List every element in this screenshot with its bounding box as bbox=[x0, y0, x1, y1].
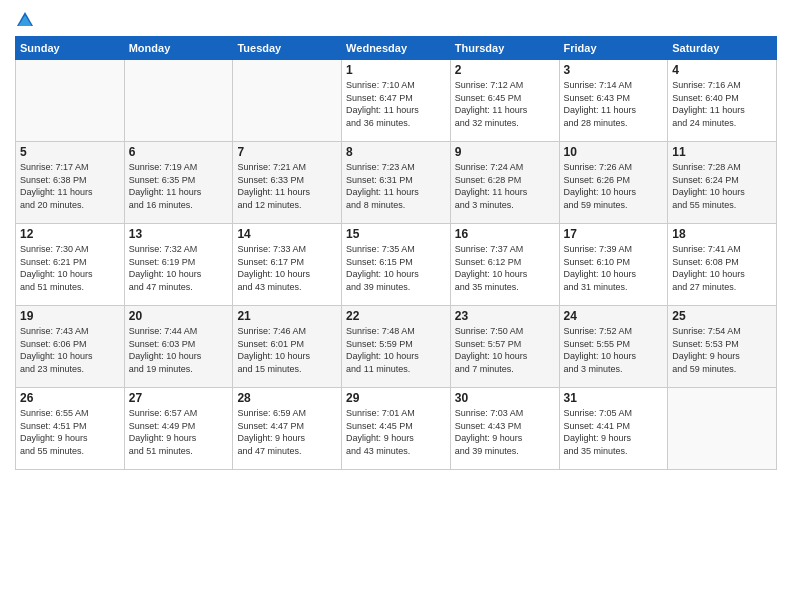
day-info: Sunrise: 7:23 AM Sunset: 6:31 PM Dayligh… bbox=[346, 161, 446, 211]
day-info: Sunrise: 7:30 AM Sunset: 6:21 PM Dayligh… bbox=[20, 243, 120, 293]
week-row-4: 26Sunrise: 6:55 AM Sunset: 4:51 PM Dayli… bbox=[16, 388, 777, 470]
calendar-cell: 12Sunrise: 7:30 AM Sunset: 6:21 PM Dayli… bbox=[16, 224, 125, 306]
day-info: Sunrise: 7:12 AM Sunset: 6:45 PM Dayligh… bbox=[455, 79, 555, 129]
day-number: 7 bbox=[237, 145, 337, 159]
header-day-tuesday: Tuesday bbox=[233, 37, 342, 60]
day-number: 30 bbox=[455, 391, 555, 405]
day-info: Sunrise: 7:43 AM Sunset: 6:06 PM Dayligh… bbox=[20, 325, 120, 375]
day-number: 24 bbox=[564, 309, 664, 323]
day-number: 17 bbox=[564, 227, 664, 241]
day-info: Sunrise: 7:01 AM Sunset: 4:45 PM Dayligh… bbox=[346, 407, 446, 457]
header-day-saturday: Saturday bbox=[668, 37, 777, 60]
day-number: 22 bbox=[346, 309, 446, 323]
day-number: 13 bbox=[129, 227, 229, 241]
calendar-cell: 11Sunrise: 7:28 AM Sunset: 6:24 PM Dayli… bbox=[668, 142, 777, 224]
logo-icon bbox=[15, 10, 35, 30]
calendar-cell: 15Sunrise: 7:35 AM Sunset: 6:15 PM Dayli… bbox=[342, 224, 451, 306]
calendar-cell: 10Sunrise: 7:26 AM Sunset: 6:26 PM Dayli… bbox=[559, 142, 668, 224]
calendar-cell: 14Sunrise: 7:33 AM Sunset: 6:17 PM Dayli… bbox=[233, 224, 342, 306]
calendar-cell bbox=[16, 60, 125, 142]
calendar-cell: 21Sunrise: 7:46 AM Sunset: 6:01 PM Dayli… bbox=[233, 306, 342, 388]
header-day-friday: Friday bbox=[559, 37, 668, 60]
week-row-1: 5Sunrise: 7:17 AM Sunset: 6:38 PM Daylig… bbox=[16, 142, 777, 224]
day-info: Sunrise: 7:14 AM Sunset: 6:43 PM Dayligh… bbox=[564, 79, 664, 129]
calendar-cell: 4Sunrise: 7:16 AM Sunset: 6:40 PM Daylig… bbox=[668, 60, 777, 142]
day-info: Sunrise: 7:41 AM Sunset: 6:08 PM Dayligh… bbox=[672, 243, 772, 293]
calendar-cell: 27Sunrise: 6:57 AM Sunset: 4:49 PM Dayli… bbox=[124, 388, 233, 470]
day-number: 12 bbox=[20, 227, 120, 241]
day-info: Sunrise: 7:21 AM Sunset: 6:33 PM Dayligh… bbox=[237, 161, 337, 211]
day-number: 18 bbox=[672, 227, 772, 241]
header-day-sunday: Sunday bbox=[16, 37, 125, 60]
day-info: Sunrise: 7:32 AM Sunset: 6:19 PM Dayligh… bbox=[129, 243, 229, 293]
day-number: 5 bbox=[20, 145, 120, 159]
calendar-cell: 24Sunrise: 7:52 AM Sunset: 5:55 PM Dayli… bbox=[559, 306, 668, 388]
day-info: Sunrise: 7:05 AM Sunset: 4:41 PM Dayligh… bbox=[564, 407, 664, 457]
calendar-table: SundayMondayTuesdayWednesdayThursdayFrid… bbox=[15, 36, 777, 470]
calendar-cell: 18Sunrise: 7:41 AM Sunset: 6:08 PM Dayli… bbox=[668, 224, 777, 306]
calendar-cell bbox=[124, 60, 233, 142]
day-info: Sunrise: 7:16 AM Sunset: 6:40 PM Dayligh… bbox=[672, 79, 772, 129]
day-info: Sunrise: 7:10 AM Sunset: 6:47 PM Dayligh… bbox=[346, 79, 446, 129]
day-number: 14 bbox=[237, 227, 337, 241]
logo bbox=[15, 10, 39, 30]
header-row: SundayMondayTuesdayWednesdayThursdayFrid… bbox=[16, 37, 777, 60]
day-info: Sunrise: 7:28 AM Sunset: 6:24 PM Dayligh… bbox=[672, 161, 772, 211]
day-info: Sunrise: 7:17 AM Sunset: 6:38 PM Dayligh… bbox=[20, 161, 120, 211]
calendar-cell: 5Sunrise: 7:17 AM Sunset: 6:38 PM Daylig… bbox=[16, 142, 125, 224]
calendar-cell: 31Sunrise: 7:05 AM Sunset: 4:41 PM Dayli… bbox=[559, 388, 668, 470]
calendar-cell bbox=[668, 388, 777, 470]
day-info: Sunrise: 7:46 AM Sunset: 6:01 PM Dayligh… bbox=[237, 325, 337, 375]
calendar-cell: 29Sunrise: 7:01 AM Sunset: 4:45 PM Dayli… bbox=[342, 388, 451, 470]
calendar-cell: 26Sunrise: 6:55 AM Sunset: 4:51 PM Dayli… bbox=[16, 388, 125, 470]
calendar-cell: 16Sunrise: 7:37 AM Sunset: 6:12 PM Dayli… bbox=[450, 224, 559, 306]
calendar-cell: 6Sunrise: 7:19 AM Sunset: 6:35 PM Daylig… bbox=[124, 142, 233, 224]
day-info: Sunrise: 7:50 AM Sunset: 5:57 PM Dayligh… bbox=[455, 325, 555, 375]
day-number: 21 bbox=[237, 309, 337, 323]
calendar-cell bbox=[233, 60, 342, 142]
day-info: Sunrise: 7:37 AM Sunset: 6:12 PM Dayligh… bbox=[455, 243, 555, 293]
header-area bbox=[15, 10, 777, 30]
day-number: 3 bbox=[564, 63, 664, 77]
calendar-cell: 3Sunrise: 7:14 AM Sunset: 6:43 PM Daylig… bbox=[559, 60, 668, 142]
header-day-wednesday: Wednesday bbox=[342, 37, 451, 60]
calendar-cell: 17Sunrise: 7:39 AM Sunset: 6:10 PM Dayli… bbox=[559, 224, 668, 306]
calendar-cell: 25Sunrise: 7:54 AM Sunset: 5:53 PM Dayli… bbox=[668, 306, 777, 388]
day-info: Sunrise: 7:54 AM Sunset: 5:53 PM Dayligh… bbox=[672, 325, 772, 375]
day-number: 11 bbox=[672, 145, 772, 159]
day-info: Sunrise: 7:35 AM Sunset: 6:15 PM Dayligh… bbox=[346, 243, 446, 293]
day-number: 1 bbox=[346, 63, 446, 77]
week-row-3: 19Sunrise: 7:43 AM Sunset: 6:06 PM Dayli… bbox=[16, 306, 777, 388]
day-info: Sunrise: 7:26 AM Sunset: 6:26 PM Dayligh… bbox=[564, 161, 664, 211]
day-info: Sunrise: 6:55 AM Sunset: 4:51 PM Dayligh… bbox=[20, 407, 120, 457]
day-number: 6 bbox=[129, 145, 229, 159]
calendar-cell: 22Sunrise: 7:48 AM Sunset: 5:59 PM Dayli… bbox=[342, 306, 451, 388]
calendar-cell: 20Sunrise: 7:44 AM Sunset: 6:03 PM Dayli… bbox=[124, 306, 233, 388]
day-number: 29 bbox=[346, 391, 446, 405]
day-number: 4 bbox=[672, 63, 772, 77]
day-number: 9 bbox=[455, 145, 555, 159]
day-info: Sunrise: 7:24 AM Sunset: 6:28 PM Dayligh… bbox=[455, 161, 555, 211]
day-info: Sunrise: 7:19 AM Sunset: 6:35 PM Dayligh… bbox=[129, 161, 229, 211]
week-row-0: 1Sunrise: 7:10 AM Sunset: 6:47 PM Daylig… bbox=[16, 60, 777, 142]
calendar-cell: 2Sunrise: 7:12 AM Sunset: 6:45 PM Daylig… bbox=[450, 60, 559, 142]
calendar-cell: 19Sunrise: 7:43 AM Sunset: 6:06 PM Dayli… bbox=[16, 306, 125, 388]
day-info: Sunrise: 6:59 AM Sunset: 4:47 PM Dayligh… bbox=[237, 407, 337, 457]
day-info: Sunrise: 7:52 AM Sunset: 5:55 PM Dayligh… bbox=[564, 325, 664, 375]
day-number: 10 bbox=[564, 145, 664, 159]
day-info: Sunrise: 7:33 AM Sunset: 6:17 PM Dayligh… bbox=[237, 243, 337, 293]
day-info: Sunrise: 6:57 AM Sunset: 4:49 PM Dayligh… bbox=[129, 407, 229, 457]
day-number: 31 bbox=[564, 391, 664, 405]
calendar-cell: 28Sunrise: 6:59 AM Sunset: 4:47 PM Dayli… bbox=[233, 388, 342, 470]
day-info: Sunrise: 7:44 AM Sunset: 6:03 PM Dayligh… bbox=[129, 325, 229, 375]
day-number: 28 bbox=[237, 391, 337, 405]
day-info: Sunrise: 7:39 AM Sunset: 6:10 PM Dayligh… bbox=[564, 243, 664, 293]
day-number: 23 bbox=[455, 309, 555, 323]
day-number: 15 bbox=[346, 227, 446, 241]
day-number: 19 bbox=[20, 309, 120, 323]
calendar-cell: 1Sunrise: 7:10 AM Sunset: 6:47 PM Daylig… bbox=[342, 60, 451, 142]
calendar-cell: 23Sunrise: 7:50 AM Sunset: 5:57 PM Dayli… bbox=[450, 306, 559, 388]
week-row-2: 12Sunrise: 7:30 AM Sunset: 6:21 PM Dayli… bbox=[16, 224, 777, 306]
calendar-cell: 8Sunrise: 7:23 AM Sunset: 6:31 PM Daylig… bbox=[342, 142, 451, 224]
day-number: 26 bbox=[20, 391, 120, 405]
